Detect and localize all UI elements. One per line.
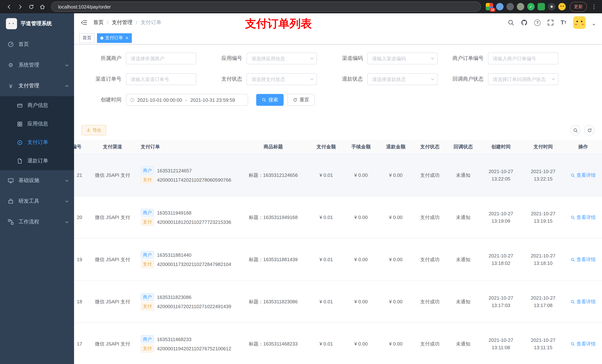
clock-icon xyxy=(130,97,135,102)
close-tab-icon[interactable]: × xyxy=(126,35,128,40)
sidebar-item-merchant-info[interactable]: 商户信息 xyxy=(0,96,74,115)
yen-icon: ¥ xyxy=(7,83,14,89)
extension-icon-dark[interactable] xyxy=(506,3,514,10)
breadcrumb-pay[interactable]: 支付管理 xyxy=(112,19,133,26)
back-icon[interactable] xyxy=(4,1,14,12)
row-id: 19 xyxy=(77,257,82,262)
pay-status-select[interactable] xyxy=(247,73,317,85)
tab-pay-order[interactable]: 支付订单 × xyxy=(97,33,132,43)
header-search-icon[interactable] xyxy=(508,19,514,26)
profile-avatar-icon[interactable] xyxy=(558,3,566,10)
pay-no: 4200001173202110272847982104 xyxy=(157,261,231,267)
merchant-order-no-input[interactable] xyxy=(488,52,558,64)
breadcrumb-current: 支付订单 xyxy=(141,19,161,26)
row-id: 17 xyxy=(77,341,82,347)
paid-date: 2021-10-27 xyxy=(524,252,563,260)
refresh-table-button[interactable] xyxy=(584,125,595,135)
tab-home[interactable]: 首页 xyxy=(79,33,95,43)
sidebar-item-app-info[interactable]: 应用信息 xyxy=(0,115,74,133)
table-row[interactable]: 19 微信 JSAPI 支付 商户1635311881440 支付4200001… xyxy=(74,239,602,281)
row-channel: 微信 JSAPI 支付 xyxy=(95,341,130,346)
filter-app-id: 应用编号 xyxy=(202,52,323,64)
row-refund: ¥ 0.00 xyxy=(389,215,402,220)
search-button[interactable]: 搜索 xyxy=(256,94,284,106)
table-row[interactable]: 20 微信 JSAPI 支付 商户1635311949168 支付4200001… xyxy=(74,196,602,239)
notify-status-select[interactable] xyxy=(488,73,558,85)
row-title: 标题：1635311949168 xyxy=(249,214,298,220)
breadcrumb-home[interactable]: 首页 xyxy=(93,19,104,26)
export-button[interactable]: 导出 xyxy=(81,125,106,135)
merchant-select[interactable] xyxy=(126,52,196,64)
browser-update-button[interactable]: 更新 xyxy=(570,2,587,12)
table-body: 21 微信 JSAPI 支付 商户1635312124657 支付4200001… xyxy=(74,154,602,364)
view-detail-link[interactable]: 查看详情 xyxy=(570,256,596,263)
extension-icon-blue[interactable] xyxy=(496,3,504,10)
sidebar-item-system[interactable]: ⚙ 系统管理 xyxy=(0,55,74,75)
sidebar-toggle-icon[interactable] xyxy=(81,19,87,26)
sidebar-item-pay-order[interactable]: 支付订单 xyxy=(0,133,74,152)
table-row[interactable]: 18 微信 JSAPI 支付 商户1635311823086 支付4200001… xyxy=(74,281,602,323)
address-bar[interactable]: localhost:1024/pay/order xyxy=(51,1,481,12)
topbar: 首页 / 支付管理 / 支付订单 支付订单列表 ? TT xyxy=(74,13,602,32)
chevron-down-icon xyxy=(65,220,69,224)
sidebar-item-infra[interactable]: 基础设施 xyxy=(0,170,74,191)
extension-badge: 10 xyxy=(490,8,495,12)
active-tab-dot xyxy=(100,36,103,39)
forward-icon[interactable] xyxy=(15,1,25,12)
help-icon[interactable]: ? xyxy=(534,20,540,26)
row-notify: 未通知 xyxy=(456,299,470,304)
browser-menu-kebab-icon[interactable]: ⋮ xyxy=(590,3,598,10)
row-channel: 微信 JSAPI 支付 xyxy=(95,257,130,262)
channel-code-select[interactable] xyxy=(367,52,438,64)
merchant-no: 1635312124657 xyxy=(157,168,192,173)
extension-icon-colorgrid[interactable]: 10 xyxy=(486,3,493,10)
paid-date: 2021-10-27 xyxy=(524,210,563,217)
pay-tag: 支付 xyxy=(141,176,154,184)
view-detail-link[interactable]: 查看详情 xyxy=(570,214,596,221)
sidebar-item-home[interactable]: 首页 xyxy=(0,34,74,55)
row-id: 21 xyxy=(77,172,82,178)
url-text: localhost:1024/pay/order xyxy=(58,4,471,10)
view-detail-link[interactable]: 查看详情 xyxy=(570,341,596,347)
extension-icon-check[interactable] xyxy=(527,3,535,10)
home-icon[interactable] xyxy=(37,1,47,12)
paid-time: 13:19:15 xyxy=(524,217,563,225)
merchant-no: 1635311823086 xyxy=(157,294,191,300)
sidebar-item-devtools[interactable]: 研发工具 xyxy=(0,191,74,212)
table-row[interactable]: 17 微信 JSAPI 支付 商户1635311468233 支付4200001… xyxy=(74,323,602,364)
view-detail-label: 查看详情 xyxy=(576,172,596,178)
pay-no: 4200001167202110271022491439 xyxy=(157,303,231,309)
table-row[interactable]: 21 微信 JSAPI 支付 商户1635312124657 支付4200001… xyxy=(74,154,602,196)
extension-icon-olive[interactable] xyxy=(517,3,524,10)
view-detail-link[interactable]: 查看详情 xyxy=(570,172,596,178)
pay-submenu: 商户信息 应用信息 支付订单 退款订单 xyxy=(0,96,74,170)
refund-status-select[interactable] xyxy=(367,73,438,85)
magnifier-icon xyxy=(570,215,575,219)
reload-icon[interactable] xyxy=(26,1,36,12)
toggle-search-button[interactable] xyxy=(570,125,580,135)
user-avatar[interactable] xyxy=(573,16,586,29)
date-range-picker[interactable]: 2021-10-01 00:00:00 - 2021-10-31 23:59:5… xyxy=(126,94,248,106)
channel-order-no-input[interactable] xyxy=(126,73,196,85)
created-time: 13:17:03 xyxy=(481,302,521,309)
filter-pay-status: 支付状态 xyxy=(202,73,323,85)
document-icon xyxy=(16,158,23,164)
table-header-row: 编号 支付渠道 支付订单 商品标题 支付金额 手续金额 退款金额 支付状态 回调… xyxy=(74,140,602,154)
sidebar-item-refund-order[interactable]: 退款订单 xyxy=(0,152,74,170)
app-select[interactable] xyxy=(247,52,317,64)
github-icon[interactable] xyxy=(521,19,527,26)
row-refund: ¥ 0.00 xyxy=(389,172,402,178)
sidebar-item-workflow[interactable]: 工作流程 xyxy=(0,212,74,232)
view-detail-link[interactable]: 查看详情 xyxy=(570,298,596,305)
reset-button[interactable]: 重置 xyxy=(287,94,315,106)
sidebar-item-pay[interactable]: ¥ 支付管理 xyxy=(0,75,74,96)
magnifier-icon xyxy=(570,300,575,304)
extension-icon-green-square[interactable] xyxy=(538,3,545,10)
pay-tag: 支付 xyxy=(141,302,154,310)
font-size-icon[interactable]: TT xyxy=(560,20,567,26)
avatar-caret-down-icon[interactable] xyxy=(592,24,595,27)
pay-no: 4200001194202110276752100612 xyxy=(157,346,231,351)
extensions-pin-icon[interactable] xyxy=(548,3,555,10)
fullscreen-icon[interactable] xyxy=(547,19,554,26)
filter-create-time: 创建时间 2021-10-01 00:00:00 - 2021-10-31 23… xyxy=(81,94,248,106)
